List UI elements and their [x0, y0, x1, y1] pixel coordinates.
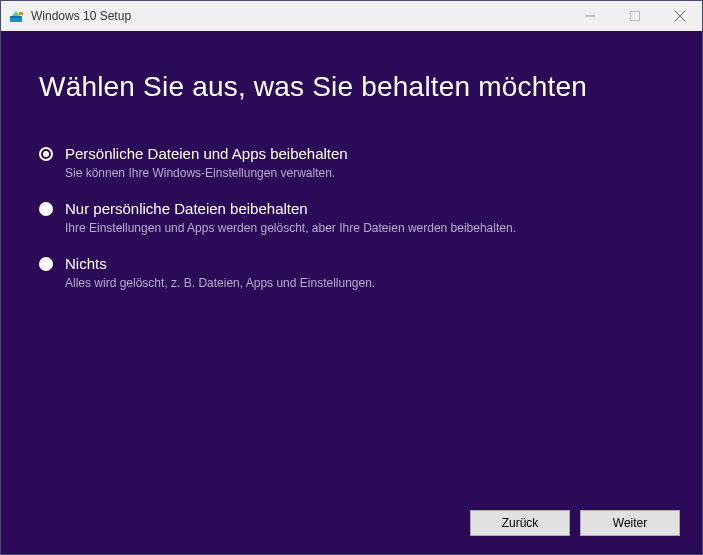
radio-icon [39, 257, 53, 271]
window-title: Windows 10 Setup [31, 9, 131, 23]
option-keep-nothing[interactable]: Nichts Alles wird gelöscht, z. B. Dateie… [39, 255, 664, 290]
close-button[interactable] [657, 1, 702, 31]
radio-icon [39, 147, 53, 161]
app-icon [9, 8, 25, 24]
option-description: Ihre Einstellungen und Apps werden gelös… [65, 221, 516, 235]
back-button[interactable]: Zurück [470, 510, 570, 536]
options-group: Persönliche Dateien und Apps beibehalten… [39, 145, 664, 290]
svg-marker-2 [12, 11, 20, 16]
option-description: Sie können Ihre Windows-Einstellungen ve… [65, 166, 348, 180]
radio-icon [39, 202, 53, 216]
option-keep-files-apps[interactable]: Persönliche Dateien und Apps beibehalten… [39, 145, 664, 180]
option-label: Nichts [65, 255, 375, 272]
option-description: Alles wird gelöscht, z. B. Dateien, Apps… [65, 276, 375, 290]
content-area: Wählen Sie aus, was Sie behalten möchten… [1, 31, 702, 554]
next-button[interactable]: Weiter [580, 510, 680, 536]
option-label: Nur persönliche Dateien beibehalten [65, 200, 516, 217]
svg-rect-3 [19, 12, 23, 15]
minimize-button[interactable] [567, 1, 612, 31]
option-keep-files-only[interactable]: Nur persönliche Dateien beibehalten Ihre… [39, 200, 664, 235]
setup-window: Windows 10 Setup Wählen Sie aus, was Sie… [0, 0, 703, 555]
page-heading: Wählen Sie aus, was Sie behalten möchten [39, 71, 664, 103]
svg-rect-1 [10, 16, 22, 18]
footer-buttons: Zurück Weiter [470, 510, 680, 536]
titlebar: Windows 10 Setup [1, 1, 702, 31]
option-label: Persönliche Dateien und Apps beibehalten [65, 145, 348, 162]
svg-rect-5 [630, 12, 639, 21]
maximize-button[interactable] [612, 1, 657, 31]
